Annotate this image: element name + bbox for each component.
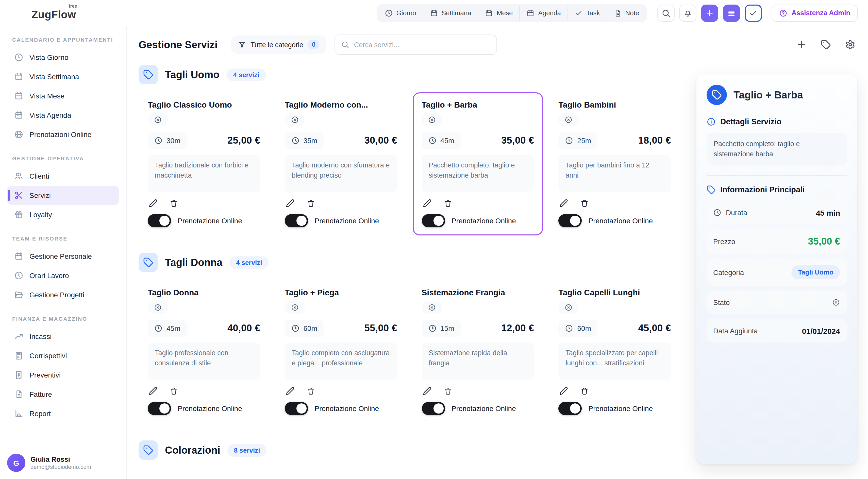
- service-card[interactable]: Taglio Donna 45m 40,00 € Taglio professi…: [138, 280, 270, 423]
- category-filter[interactable]: Tutte le categorie 0: [231, 35, 327, 54]
- sidebar-item-fatture[interactable]: Fatture: [7, 385, 119, 404]
- tab-mese[interactable]: Mese: [478, 5, 520, 21]
- bell-icon: [683, 8, 692, 18]
- clock-icon: [14, 53, 23, 62]
- edit-button[interactable]: [423, 387, 431, 395]
- duration-value: 45m: [166, 324, 180, 332]
- delete-button[interactable]: [581, 199, 589, 207]
- x-circle-icon: [291, 304, 299, 312]
- services-search[interactable]: [335, 34, 497, 55]
- edit-button[interactable]: [286, 199, 294, 207]
- sidebar-section-title: TEAM E RISORSE: [7, 235, 119, 242]
- add-button[interactable]: [701, 4, 718, 22]
- duration-pill: 60m: [285, 320, 324, 337]
- tab-note[interactable]: Note: [607, 5, 646, 21]
- sidebar-item-report[interactable]: Report: [7, 404, 119, 423]
- menu-button[interactable]: [723, 4, 740, 22]
- sidebar-item-vista-giorno[interactable]: Vista Giorno: [7, 48, 119, 67]
- delete-button[interactable]: [169, 387, 178, 395]
- clock-icon: [713, 209, 721, 217]
- online-booking-toggle[interactable]: [148, 402, 171, 415]
- edit-button[interactable]: [149, 199, 157, 207]
- notifications-button[interactable]: [679, 4, 696, 22]
- delete-button[interactable]: [443, 387, 452, 395]
- service-card[interactable]: Taglio Bambini 25m 18,00 € Taglio per ba…: [550, 92, 680, 235]
- sidebar-item-gestione-personale[interactable]: Gestione Personale: [7, 247, 119, 266]
- user-profile[interactable]: G Giulia Rossi demo@studiodemo.com: [7, 454, 119, 472]
- sidebar-item-corrispettivi[interactable]: Corrispettivi: [7, 346, 119, 365]
- delete-button[interactable]: [307, 387, 315, 395]
- service-card[interactable]: Taglio Moderno con... 35m 30,00 € Taglio…: [276, 92, 407, 235]
- plus-icon: [797, 39, 807, 50]
- tab-agenda[interactable]: Agenda: [519, 5, 567, 21]
- categoria-value-badge[interactable]: Tagli Uomo: [792, 265, 840, 279]
- sidebar-item-gestione-progetti[interactable]: Gestione Progetti: [7, 285, 119, 305]
- tab-task[interactable]: Task: [567, 5, 606, 21]
- divider: [707, 175, 847, 175]
- tab-giorno[interactable]: Giorno: [378, 5, 423, 21]
- sidebar-item-vista-mese[interactable]: Vista Mese: [7, 86, 119, 105]
- sidebar-item-prenotazioni-online[interactable]: Prenotazioni Online: [7, 125, 119, 144]
- category-count-badge: 4 servizi: [229, 256, 269, 269]
- categories-button[interactable]: [821, 39, 831, 51]
- admin-support-button[interactable]: Assistenza Admin: [772, 4, 858, 22]
- service-card[interactable]: Taglio + Piega 60m 55,00 € Taglio comple…: [276, 280, 407, 423]
- sidebar-item-label: Vista Settimana: [29, 72, 79, 81]
- online-booking-toggle[interactable]: [422, 402, 445, 415]
- sidebar-item-orari-lavoro[interactable]: Orari Lavoro: [7, 266, 119, 285]
- category-tag-icon: [138, 441, 158, 460]
- sidebar-item-incassi[interactable]: Incassi: [7, 327, 119, 346]
- search-input[interactable]: [354, 41, 491, 49]
- service-description: Sistemazione rapida della frangia: [422, 343, 534, 380]
- service-card-selected[interactable]: Taglio + Barba 45m 35,00 € Pacchetto com…: [412, 92, 544, 235]
- sidebar-item-vista-agenda[interactable]: Vista Agenda: [7, 105, 119, 125]
- delete-button[interactable]: [169, 199, 178, 207]
- edit-button[interactable]: [149, 387, 157, 395]
- category-count-badge: 4 servizi: [227, 68, 266, 81]
- category-tag-icon: [138, 65, 158, 84]
- brand-name: ZugFlow: [31, 8, 76, 20]
- sidebar-item-clienti[interactable]: Clienti: [7, 166, 119, 186]
- sidebar-item-label: Loyalty: [29, 211, 52, 219]
- online-booking-toggle[interactable]: [422, 214, 445, 227]
- delete-button[interactable]: [307, 199, 315, 207]
- category-section-tagli-uomo: Tagli Uomo 4 servizi Taglio Classico Uom…: [138, 65, 680, 235]
- sidebar-item-label: Gestione Personale: [29, 252, 92, 260]
- x-circle-icon: [291, 116, 299, 124]
- sidebar-item-preventivi[interactable]: Preventivi: [7, 365, 119, 385]
- price-label: 12,00 €: [501, 323, 534, 334]
- trending-up-icon: [14, 332, 23, 341]
- service-card[interactable]: Taglio Capelli Lunghi 60m 45,00 € Taglio…: [550, 280, 680, 423]
- online-booking-toggle[interactable]: [285, 402, 308, 415]
- tasks-done-button[interactable]: [745, 4, 762, 22]
- edit-button[interactable]: [423, 199, 431, 207]
- service-description: Taglio per bambini fino a 12 anni: [559, 155, 671, 192]
- atom-logo-icon: [10, 4, 27, 22]
- sidebar-item-loyalty[interactable]: Loyalty: [7, 205, 119, 224]
- edit-button[interactable]: [560, 387, 568, 395]
- delete-button[interactable]: [581, 387, 589, 395]
- sidebar-item-label: Report: [29, 410, 51, 418]
- online-booking-toggle[interactable]: [285, 214, 308, 227]
- folder-icon: [14, 290, 23, 299]
- online-booking-toggle[interactable]: [559, 402, 582, 415]
- pencil-icon: [149, 199, 157, 207]
- category-count-badge: 8 servizi: [227, 444, 267, 456]
- settings-button[interactable]: [845, 39, 855, 51]
- online-booking-toggle[interactable]: [148, 214, 171, 227]
- online-booking-toggle[interactable]: [559, 214, 582, 227]
- add-service-button[interactable]: [797, 39, 807, 51]
- service-description: Taglio completo con asciugatura e piega.…: [285, 343, 398, 380]
- edit-button[interactable]: [560, 199, 568, 207]
- duration-value: 15m: [440, 324, 454, 332]
- sidebar-item-label: Preventivi: [29, 371, 61, 379]
- brand-logo[interactable]: ZugFlow free: [10, 4, 76, 22]
- search-button[interactable]: [657, 4, 675, 22]
- service-card[interactable]: Taglio Classico Uomo 30m 25,00 € Taglio …: [138, 92, 270, 235]
- sidebar-item-servizi[interactable]: Servizi: [7, 186, 119, 205]
- edit-button[interactable]: [286, 387, 294, 395]
- service-card[interactable]: Sistemazione Frangia 15m 12,00 € Sistema…: [412, 280, 544, 423]
- sidebar-item-vista-settimana[interactable]: Vista Settimana: [7, 67, 119, 86]
- delete-button[interactable]: [443, 199, 452, 207]
- tab-settimana[interactable]: Settimana: [423, 5, 478, 21]
